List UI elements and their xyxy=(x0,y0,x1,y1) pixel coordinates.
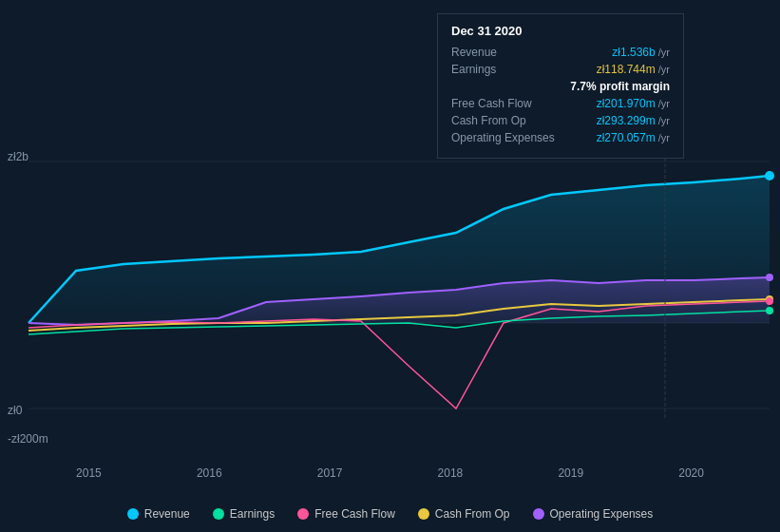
svg-point-6 xyxy=(766,274,773,281)
svg-point-5 xyxy=(765,171,774,180)
legend-dot-opex xyxy=(533,508,544,520)
legend-label-fcf: Free Cash Flow xyxy=(314,507,395,521)
tooltip-profit-margin-row: 7.7% profit margin xyxy=(451,80,670,93)
x-label-2017: 2017 xyxy=(317,466,343,480)
x-axis: 2015 2016 2017 2018 2019 2020 xyxy=(0,466,780,480)
x-label-2015: 2015 xyxy=(76,466,102,480)
y-label-2b: zł2b xyxy=(8,150,29,163)
x-label-2020: 2020 xyxy=(678,466,704,480)
tooltip-earnings-row: Earnings zł118.744m /yr xyxy=(451,63,670,76)
tooltip-cfo-row: Cash From Op zł293.299m /yr xyxy=(451,114,670,127)
y-label-neg200m: -zł200m xyxy=(8,432,48,446)
tooltip-cfo-value: zł293.299m /yr xyxy=(597,114,670,127)
legend-dot-cfo xyxy=(418,508,429,520)
tooltip-profit-margin-text: 7.7% profit margin xyxy=(570,80,670,93)
svg-point-9 xyxy=(766,307,773,314)
tooltip-cfo-label: Cash From Op xyxy=(451,114,526,127)
legend-dot-earnings xyxy=(213,508,224,520)
tooltip-fcf-label: Free Cash Flow xyxy=(451,97,532,110)
legend-item-earnings[interactable]: Earnings xyxy=(213,507,275,521)
legend-dot-revenue xyxy=(127,508,139,520)
tooltip-earnings-label: Earnings xyxy=(451,63,496,76)
x-label-2018: 2018 xyxy=(438,466,464,480)
tooltip-revenue-value: zł1.536b /yr xyxy=(612,46,670,59)
tooltip-opex-value: zł270.057m /yr xyxy=(597,131,670,144)
tooltip-fcf-row: Free Cash Flow zł201.970m /yr xyxy=(451,97,670,110)
tooltip-date: Dec 31 2020 xyxy=(451,24,670,38)
legend-dot-fcf xyxy=(297,508,309,520)
legend-item-cfo[interactable]: Cash From Op xyxy=(418,507,510,521)
tooltip-fcf-value: zł201.970m /yr xyxy=(597,97,670,110)
legend-label-opex: Operating Expenses xyxy=(550,507,654,521)
tooltip-panel: Dec 31 2020 Revenue zł1.536b /yr Earning… xyxy=(437,13,684,159)
tooltip-revenue-row: Revenue zł1.536b /yr xyxy=(451,46,670,59)
x-label-2016: 2016 xyxy=(197,466,222,480)
svg-point-8 xyxy=(766,297,773,305)
y-label-0: zł0 xyxy=(8,404,22,417)
legend-item-fcf[interactable]: Free Cash Flow xyxy=(297,507,395,521)
x-label-2019: 2019 xyxy=(558,466,583,480)
legend-item-revenue[interactable]: Revenue xyxy=(127,507,190,521)
tooltip-opex-row: Operating Expenses zł270.057m /yr xyxy=(451,131,670,144)
tooltip-opex-label: Operating Expenses xyxy=(451,131,555,144)
legend-label-earnings: Earnings xyxy=(230,507,275,521)
legend-label-cfo: Cash From Op xyxy=(435,507,510,521)
legend-item-opex[interactable]: Operating Expenses xyxy=(533,507,654,521)
tooltip-revenue-label: Revenue xyxy=(451,46,497,59)
chart-container: zł2b zł0 -zł200m Dec 31 2020 Revenue zł1… xyxy=(0,0,780,532)
chart-legend: Revenue Earnings Free Cash Flow Cash Fro… xyxy=(0,507,780,521)
legend-label-revenue: Revenue xyxy=(144,507,190,521)
tooltip-earnings-value: zł118.744m /yr xyxy=(597,63,670,76)
